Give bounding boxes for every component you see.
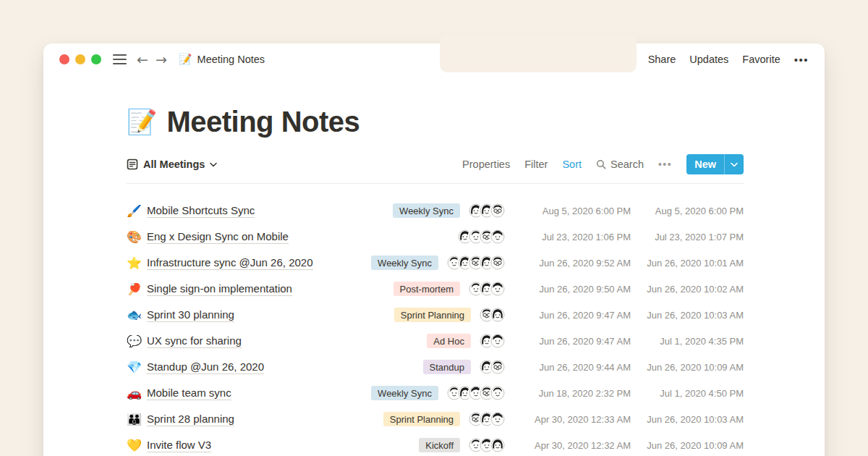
attendee-avatars	[480, 308, 505, 322]
row-title-link[interactable]: Invite flow V3	[147, 439, 211, 452]
row-emoji-icon: 🐟	[127, 309, 147, 321]
attendee-avatars	[480, 360, 505, 374]
toolbar-actions: Properties Filter Sort Search ••• New	[462, 154, 744, 174]
new-button[interactable]: New	[686, 154, 744, 174]
sort-button[interactable]: Sort	[562, 159, 582, 170]
attendee-avatars	[469, 282, 505, 296]
type-tag-badge: Ad Hoc	[427, 334, 471, 348]
list-view-icon	[127, 159, 138, 170]
row-emoji-icon: 🎨	[127, 231, 147, 243]
row-title-link[interactable]: Infrastructure sync @Jun 26, 2020	[147, 256, 313, 270]
window-titlebar: ← → 📝 Meeting Notes Share Updates Favori…	[43, 43, 825, 75]
zoom-window-button[interactable]	[91, 54, 101, 64]
edited-date: Aug 5, 2020 6:00 PM	[637, 206, 744, 216]
created-date: Jun 26, 2020 9:52 AM	[515, 258, 631, 269]
share-button[interactable]: Share	[648, 54, 676, 65]
edited-date: Jul 23, 2020 1:07 PM	[637, 232, 744, 242]
toolbar-more-icon[interactable]: •••	[658, 159, 672, 170]
avatar	[490, 308, 505, 322]
type-tag-badge: Weekly Sync	[393, 203, 460, 218]
row-title-link[interactable]: Single sign-on implementation	[147, 282, 292, 296]
meetings-table: 🖌️ Mobile Shortcuts Sync Weekly Sync Aug…	[127, 198, 744, 456]
filter-button[interactable]: Filter	[524, 159, 548, 170]
type-tag-badge: Weekly Sync	[371, 256, 438, 270]
avatar	[490, 412, 505, 426]
row-title-link[interactable]: Mobile team sync	[147, 387, 231, 400]
avatar	[490, 282, 505, 296]
attendee-avatars	[447, 256, 505, 270]
sidebar-menu-icon[interactable]	[113, 54, 127, 65]
table-row[interactable]: 🖌️ Mobile Shortcuts Sync Weekly Sync Aug…	[127, 198, 744, 224]
edited-date: Jul 1, 2020 4:35 PM	[637, 336, 744, 347]
avatar	[490, 203, 505, 218]
search-label: Search	[610, 159, 644, 170]
row-emoji-icon: 🏓	[127, 283, 147, 295]
row-emoji-icon: 👪	[127, 413, 147, 426]
favorite-button[interactable]: Favorite	[742, 54, 780, 65]
page-title: 📝 Meeting Notes	[127, 104, 744, 139]
table-row[interactable]: 💎 Standup @Jun 26, 2020 Standup Jun 26, …	[127, 354, 744, 380]
type-tag-badge: Sprint Planning	[383, 412, 460, 426]
created-date: Apr 30, 2020 12:33 AM	[515, 414, 631, 425]
minimize-window-button[interactable]	[75, 54, 85, 64]
table-row[interactable]: 🐟 Sprint 30 planning Sprint Planning Jun…	[127, 302, 744, 328]
created-date: Aug 5, 2020 6:00 PM	[515, 206, 631, 216]
table-row[interactable]: 🎨 Eng x Design Sync on Mobile Jul 23, 20…	[127, 224, 744, 250]
table-row[interactable]: ⭐ Infrastructure sync @Jun 26, 2020 Week…	[127, 250, 744, 276]
created-date: Apr 30, 2020 12:32 AM	[515, 440, 631, 451]
new-button-label: New	[686, 159, 724, 170]
row-title-link[interactable]: Mobile Shortcuts Sync	[147, 204, 255, 218]
table-row[interactable]: 💛 Invite flow V3 Kickoff Apr 30, 2020 12…	[127, 432, 744, 456]
titlebar-actions: Share Updates Favorite •••	[648, 54, 809, 66]
row-emoji-icon: 💬	[127, 335, 147, 347]
created-date: Jun 26, 2020 9:50 AM	[515, 284, 631, 295]
view-selector[interactable]: All Meetings	[127, 159, 217, 170]
table-row[interactable]: 👪 Sprint 28 planning Sprint Planning Apr…	[127, 406, 744, 432]
properties-button[interactable]: Properties	[462, 159, 510, 170]
redaction-overlay	[440, 35, 637, 72]
table-row[interactable]: 💬 UX sync for sharing Ad Hoc Jun 26, 202…	[127, 328, 744, 354]
row-title-link[interactable]: UX sync for sharing	[147, 334, 242, 348]
attendee-avatars	[458, 229, 505, 244]
edited-date: Jul 1, 2020 4:50 PM	[637, 388, 744, 399]
view-toolbar: All Meetings Properties Filter Sort Sear…	[127, 154, 744, 184]
edited-date: Jun 26, 2020 10:09 AM	[637, 440, 744, 451]
type-tag-badge: Sprint Planning	[394, 308, 471, 322]
updates-button[interactable]: Updates	[689, 54, 728, 65]
avatar	[490, 360, 505, 374]
search-button[interactable]: Search	[596, 159, 644, 170]
edited-date: Jun 26, 2020 10:03 AM	[637, 414, 744, 425]
row-title-link[interactable]: Sprint 28 planning	[147, 413, 234, 426]
avatar	[490, 256, 505, 270]
close-window-button[interactable]	[59, 54, 69, 64]
row-emoji-icon: 💎	[127, 361, 147, 373]
type-tag-badge: Standup	[423, 360, 471, 374]
page-content: 📝 Meeting Notes All Meetings Properties …	[43, 75, 825, 456]
type-tag-badge: Kickoff	[419, 438, 460, 452]
avatar	[490, 334, 505, 348]
back-arrow-icon[interactable]: ←	[137, 53, 148, 67]
row-title-link[interactable]: Eng x Design Sync on Mobile	[147, 230, 289, 244]
type-tag-badge: Weekly Sync	[371, 386, 438, 400]
table-row[interactable]: 🏓 Single sign-on implementation Post-mor…	[127, 276, 744, 302]
created-date: Jul 23, 2020 1:06 PM	[515, 232, 631, 242]
edited-date: Jun 26, 2020 10:09 AM	[637, 362, 744, 373]
avatar	[490, 229, 505, 244]
page-title-text: Meeting Notes	[166, 106, 359, 138]
more-options-icon[interactable]: •••	[794, 54, 809, 66]
forward-arrow-icon[interactable]: →	[156, 53, 167, 67]
breadcrumb-title: Meeting Notes	[197, 54, 265, 65]
new-dropdown-chevron-icon[interactable]	[725, 162, 744, 167]
edited-date: Jun 26, 2020 10:03 AM	[637, 310, 744, 321]
edited-date: Jun 26, 2020 10:01 AM	[637, 258, 744, 269]
table-row[interactable]: 🚗 Mobile team sync Weekly Sync Jun 18, 2…	[127, 380, 744, 406]
notion-window: ← → 📝 Meeting Notes Share Updates Favori…	[43, 43, 825, 456]
attendee-avatars	[469, 438, 505, 452]
created-date: Jun 26, 2020 9:47 AM	[515, 310, 631, 321]
row-emoji-icon: 💛	[127, 439, 147, 452]
attendee-avatars	[469, 203, 505, 218]
breadcrumb[interactable]: 📝 Meeting Notes	[179, 53, 265, 66]
row-title-link[interactable]: Standup @Jun 26, 2020	[147, 360, 264, 374]
row-title-link[interactable]: Sprint 30 planning	[147, 308, 234, 322]
created-date: Jun 18, 2020 2:32 PM	[515, 388, 631, 399]
